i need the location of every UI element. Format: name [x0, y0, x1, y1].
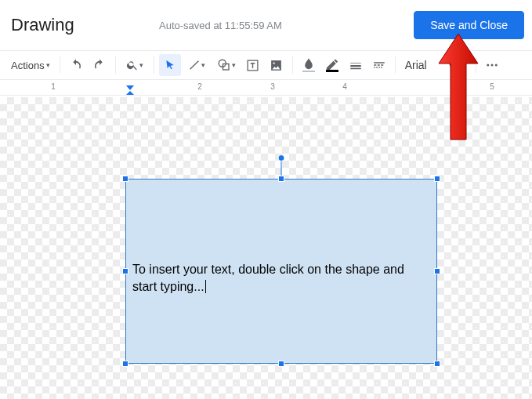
resize-handle-top-right[interactable] [434, 176, 440, 182]
border-dash-button[interactable] [368, 54, 390, 76]
shape-tool-button[interactable]: ▾ [212, 54, 241, 76]
shape-text: To insert your text, double click on the… [132, 263, 404, 293]
zoom-icon [126, 59, 139, 71]
ruler-mark: 4 [342, 82, 347, 91]
font-family-label: Arial [405, 59, 427, 71]
resize-handle-top-left[interactable] [122, 176, 128, 182]
zoom-button[interactable]: ▾ [121, 54, 149, 76]
svg-point-6 [490, 64, 493, 67]
svg-point-0 [219, 60, 226, 67]
drawing-canvas[interactable]: To insert your text, double click on the… [0, 97, 532, 399]
ruler-mark: 2 [197, 82, 202, 91]
more-horizontal-icon [485, 58, 499, 72]
image-icon [270, 59, 283, 72]
image-tool-button[interactable] [266, 54, 288, 76]
border-color-button[interactable] [321, 54, 343, 76]
line-weight-icon [349, 58, 363, 72]
fill-color-icon [301, 57, 317, 73]
resize-handle-mid-left[interactable] [122, 268, 128, 274]
actions-label: Actions [11, 60, 45, 71]
toolbar-separator [154, 56, 154, 74]
caret-down-icon: ▾ [232, 61, 236, 69]
rotation-line [281, 161, 282, 176]
caret-down-icon: ▾ [449, 61, 453, 69]
ruler-mark: 5 [490, 82, 494, 91]
caret-down-icon: ▾ [201, 61, 205, 69]
resize-handle-bottom-right[interactable] [434, 361, 440, 367]
select-tool-button[interactable] [159, 54, 181, 76]
rotation-handle[interactable] [278, 154, 285, 161]
autosave-status: Auto-saved at 11:55:59 AM [159, 20, 282, 31]
dialog-header: Drawing Auto-saved at 11:55:59 AM Save a… [0, 0, 532, 50]
toolbar-separator [476, 56, 476, 74]
shape-text-content[interactable]: To insert your text, double click on the… [132, 261, 430, 295]
toolbar-separator [60, 56, 60, 74]
more-tools-button[interactable] [481, 54, 503, 76]
caret-down-icon: ▾ [46, 61, 50, 69]
save-and-close-button[interactable]: Save and Close [414, 11, 524, 39]
toolbar: Actions ▾ ▾ ▾ ▾ [0, 50, 532, 80]
cursor-icon [164, 59, 176, 71]
textbox-icon [246, 59, 259, 72]
resize-handle-bottom-left[interactable] [122, 361, 128, 367]
resize-handle-top-mid[interactable] [278, 176, 284, 182]
svg-point-4 [273, 62, 275, 63]
ruler-mark: 3 [270, 82, 275, 91]
actions-menu-button[interactable]: Actions ▾ [6, 56, 55, 74]
resize-handle-mid-right[interactable] [434, 268, 440, 274]
undo-icon [69, 58, 83, 72]
ruler-mark: 1 [51, 82, 56, 91]
horizontal-ruler[interactable]: 1 2 3 4 5 [0, 80, 532, 96]
border-color-icon [324, 57, 340, 73]
shapes-icon [217, 58, 231, 72]
text-cursor [205, 280, 206, 293]
canvas-area[interactable]: To insert your text, double click on the… [0, 97, 532, 399]
toolbar-separator [395, 56, 396, 74]
svg-point-7 [494, 64, 497, 67]
indent-marker-icon[interactable] [125, 85, 135, 96]
selected-shape[interactable]: To insert your text, double click on the… [125, 179, 437, 364]
font-family-dropdown[interactable]: Arial ▾ [400, 56, 471, 74]
fill-color-button[interactable] [298, 54, 320, 76]
caret-down-icon: ▾ [139, 61, 143, 69]
redo-button[interactable] [89, 54, 110, 76]
undo-button[interactable] [65, 54, 87, 76]
redo-icon [92, 58, 107, 72]
textbox-tool-button[interactable] [242, 54, 264, 76]
line-tool-button[interactable]: ▾ [183, 54, 211, 76]
svg-point-5 [487, 64, 489, 67]
border-weight-button[interactable] [345, 54, 367, 76]
toolbar-separator [115, 56, 116, 74]
toolbar-separator [292, 56, 293, 74]
dialog-title: Drawing [8, 15, 74, 35]
line-icon [188, 59, 201, 71]
resize-handle-bottom-mid[interactable] [278, 361, 284, 367]
line-dash-icon [372, 58, 386, 72]
